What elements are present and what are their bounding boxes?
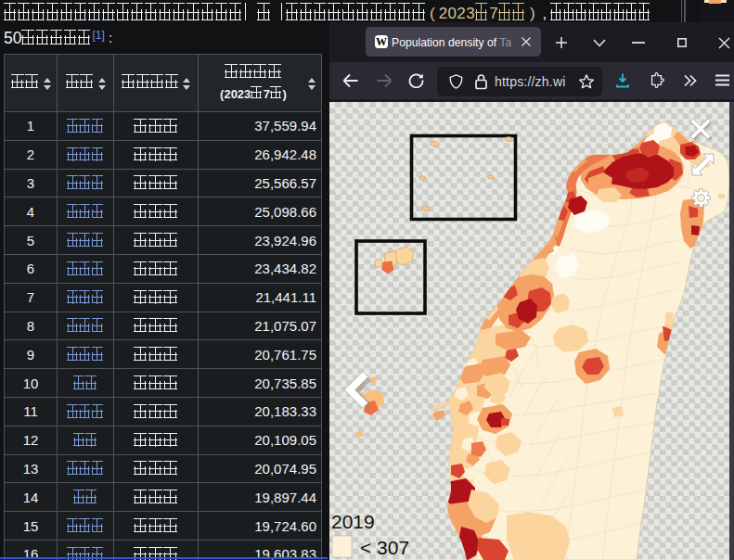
svg-text:2019: 2019 <box>331 511 375 532</box>
svg-text:< 307: < 307 <box>360 537 409 558</box>
